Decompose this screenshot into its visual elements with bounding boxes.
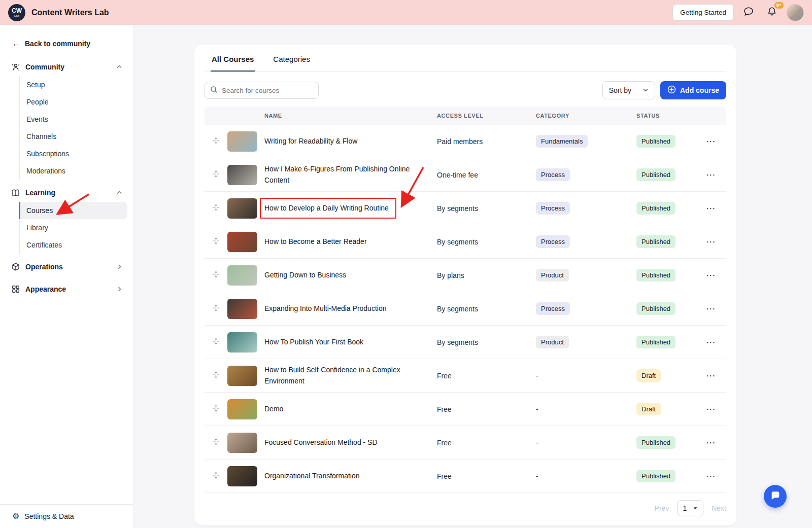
course-name[interactable]: Expanding Into Multi-Media Production (264, 303, 386, 314)
drag-handle[interactable] (205, 338, 227, 347)
row-actions-button[interactable]: ⋯ (706, 304, 716, 313)
table-row[interactable]: Focused Conversation Method - SD Free - … (205, 426, 726, 460)
drag-handle[interactable] (205, 137, 227, 146)
row-actions-button[interactable]: ⋯ (706, 270, 716, 280)
add-course-button[interactable]: Add course (660, 81, 726, 99)
table-row[interactable]: Organizational Transformation Free - Pub… (205, 460, 726, 493)
course-name[interactable]: How to Build Self-Confidence in a Comple… (264, 365, 424, 386)
messages-button[interactable] (740, 4, 757, 21)
user-avatar[interactable] (787, 4, 804, 21)
course-name[interactable]: How to Develop a Daily Writing Routine (264, 203, 389, 214)
table-row[interactable]: How to Develop a Daily Writing Routine B… (205, 192, 726, 225)
sidebar-section-community[interactable]: Community (0, 58, 133, 76)
page-number-select[interactable]: 1 (677, 500, 703, 516)
row-actions-button[interactable]: ⋯ (706, 337, 716, 347)
tab-all-courses[interactable]: All Courses (211, 45, 255, 72)
drag-handle[interactable] (205, 271, 227, 280)
sidebar-section-operations[interactable]: Operations (0, 258, 133, 276)
table-row[interactable]: Demo Free - Draft ⋯ (205, 393, 726, 426)
drag-handle[interactable] (205, 438, 227, 447)
search-input[interactable] (222, 87, 313, 94)
drag-handle[interactable] (205, 237, 227, 247)
drag-handle[interactable] (205, 472, 227, 481)
row-actions-button[interactable]: ⋯ (706, 371, 716, 380)
status-badge: Published (636, 235, 675, 248)
thumbnail-cell (227, 332, 264, 353)
course-name[interactable]: Getting Down to Business (264, 270, 346, 281)
move-icon (213, 472, 219, 481)
actions-cell: ⋯ (706, 203, 726, 214)
table-row[interactable]: Expanding Into Multi-Media Production By… (205, 292, 726, 326)
status-cell: Published (636, 235, 706, 248)
course-name[interactable]: How To Publish Your First Book (264, 337, 363, 348)
back-to-community-link[interactable]: ← Back to community (0, 25, 133, 54)
course-access-level: By segments (437, 338, 536, 346)
notifications-button[interactable]: 9+ (763, 4, 781, 21)
tab-categories[interactable]: Categories (272, 45, 311, 72)
pagination: Prev 1 Next (205, 500, 726, 516)
sidebar-item-channels[interactable]: Channels (20, 128, 127, 145)
sidebar-item-subscriptions[interactable]: Subscriptions (20, 145, 127, 162)
table-row[interactable]: Getting Down to Business By plans Produc… (205, 259, 726, 292)
row-actions-button[interactable]: ⋯ (706, 404, 716, 414)
actions-cell: ⋯ (706, 404, 726, 414)
move-icon (213, 237, 219, 247)
sidebar-section-appearance[interactable]: Appearance (0, 280, 133, 298)
table-row[interactable]: Writing for Readability & Flow Paid memb… (205, 125, 726, 158)
table-row[interactable]: How To Publish Your First Book By segmen… (205, 326, 726, 359)
course-access-level: Free (437, 472, 536, 480)
category-cell: - (536, 405, 636, 414)
settings-and-data-link[interactable]: ⚙ Settings & Data (0, 504, 133, 528)
course-name[interactable]: Writing for Readability & Flow (264, 136, 357, 147)
community-logo[interactable]: CW Lab (8, 4, 25, 21)
drag-handle[interactable] (205, 371, 227, 380)
drag-handle[interactable] (205, 405, 227, 414)
row-actions-button[interactable]: ⋯ (706, 136, 716, 146)
getting-started-button[interactable]: Getting Started (672, 4, 734, 21)
sidebar-item-events[interactable]: Events (20, 111, 127, 128)
row-actions-button[interactable]: ⋯ (706, 170, 716, 180)
move-icon (213, 204, 219, 213)
row-actions-button[interactable]: ⋯ (706, 471, 716, 481)
category-cell: Process (536, 302, 636, 315)
course-name[interactable]: Focused Conversation Method - SD (264, 437, 378, 448)
sidebar-item-people[interactable]: People (20, 93, 127, 111)
topbar: CW Lab Content Writers Lab Getting Start… (0, 0, 812, 25)
category-cell: Product (536, 269, 636, 281)
sidebar-item-library[interactable]: Library (20, 219, 127, 236)
course-name[interactable]: How I Make 6-Figures From Publishing Onl… (264, 164, 424, 186)
name-cell: Writing for Readability & Flow (264, 136, 437, 147)
sidebar-item-certificates[interactable]: Certificates (20, 236, 127, 254)
course-name[interactable]: Organizational Transformation (264, 471, 360, 482)
course-name[interactable]: How to Become a Better Reader (264, 236, 367, 248)
chat-widget-button[interactable] (764, 485, 787, 508)
course-name[interactable]: Demo (264, 404, 283, 415)
category-badge: - (536, 472, 538, 480)
row-actions-button[interactable]: ⋯ (706, 237, 716, 247)
status-cell: Published (636, 302, 706, 315)
sidebar-item-moderations[interactable]: Moderations (20, 162, 127, 180)
drag-handle[interactable] (205, 170, 227, 180)
move-icon (213, 371, 219, 380)
operations-section-label: Operations (25, 263, 111, 271)
back-label: Back to community (25, 40, 90, 48)
category-cell: - (536, 438, 636, 447)
sidebar-section-learning[interactable]: Learning (0, 184, 133, 202)
row-actions-button[interactable]: ⋯ (706, 203, 716, 213)
drag-handle[interactable] (205, 304, 227, 313)
category-badge: - (536, 372, 538, 380)
table-row[interactable]: How to Build Self-Confidence in a Comple… (205, 359, 726, 393)
sidebar-item-setup[interactable]: Setup (20, 76, 127, 93)
thumbnail-cell (227, 366, 264, 386)
course-search[interactable] (205, 82, 319, 99)
back-arrow-icon: ← (12, 39, 20, 48)
next-page-button[interactable]: Next (712, 504, 726, 512)
sort-by-dropdown[interactable]: Sort by (602, 81, 655, 99)
drag-handle[interactable] (205, 204, 227, 213)
table-row[interactable]: How to Become a Better Reader By segment… (205, 225, 726, 259)
prev-page-button[interactable]: Prev (655, 504, 669, 512)
sidebar-item-courses[interactable]: Courses (20, 202, 127, 219)
move-icon (213, 438, 219, 447)
table-row[interactable]: How I Make 6-Figures From Publishing Onl… (205, 158, 726, 192)
row-actions-button[interactable]: ⋯ (706, 438, 716, 447)
